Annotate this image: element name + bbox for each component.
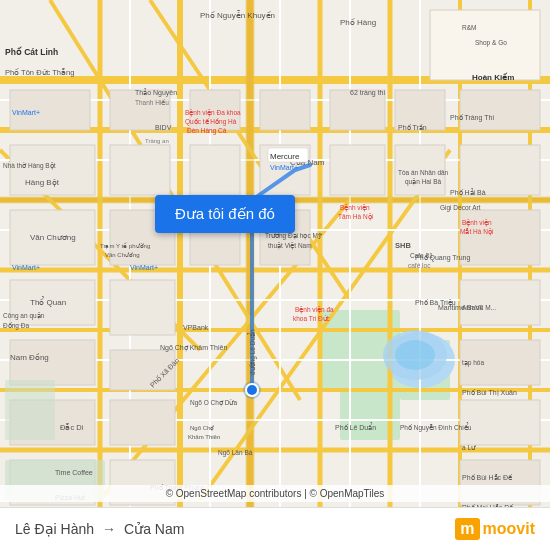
svg-text:Tràng an: Tràng an xyxy=(145,138,169,144)
svg-text:thuật Việt Nam: thuật Việt Nam xyxy=(268,242,312,250)
svg-text:Phố Nguyễn Đình Chiểu: Phố Nguyễn Đình Chiểu xyxy=(400,422,472,432)
svg-text:Tòa án Nhân dân: Tòa án Nhân dân xyxy=(398,169,449,176)
moovit-logo: m moovit xyxy=(455,518,535,540)
svg-text:café loc: café loc xyxy=(408,262,431,269)
svg-text:a Lư: a Lư xyxy=(462,444,476,451)
svg-text:Trường Đại học Mỹ: Trường Đại học Mỹ xyxy=(265,232,322,240)
svg-rect-49 xyxy=(110,400,175,445)
svg-text:Shop & Go: Shop & Go xyxy=(475,39,507,47)
svg-rect-69 xyxy=(5,380,55,440)
svg-text:Ngõ O Chợ Dừa: Ngõ O Chợ Dừa xyxy=(190,399,237,407)
moovit-brand-text: moovit xyxy=(483,520,535,538)
svg-point-102 xyxy=(247,385,257,395)
svg-text:Bệnh viện Đa khoa: Bệnh viện Đa khoa xyxy=(185,109,241,117)
svg-text:Ngõ Chợ: Ngõ Chợ xyxy=(190,425,214,432)
svg-text:Bệnh viện đa: Bệnh viện đa xyxy=(295,306,334,314)
svg-text:VinMart+: VinMart+ xyxy=(12,109,40,116)
svg-text:Hàng Bột: Hàng Bột xyxy=(25,178,60,187)
svg-text:Nhà thờ Hàng Bột: Nhà thờ Hàng Bột xyxy=(3,162,56,170)
svg-rect-39 xyxy=(10,145,95,195)
bottom-bar: Lê Đại Hành → Cửa Nam m moovit xyxy=(0,507,550,550)
svg-rect-45 xyxy=(110,280,175,335)
svg-text:quận Hai Bà: quận Hai Bà xyxy=(405,178,442,186)
origin-label: Lê Đại Hành xyxy=(15,521,94,537)
svg-text:Bệnh viện: Bệnh viện xyxy=(340,204,370,212)
svg-rect-64 xyxy=(460,280,540,325)
svg-text:Thảo Nguyên: Thảo Nguyên xyxy=(135,88,177,97)
svg-text:Phố Tôn Đức Thắng: Phố Tôn Đức Thắng xyxy=(5,68,74,77)
svg-text:Trạm Y tế phường: Trạm Y tế phường xyxy=(100,242,150,250)
svg-rect-52 xyxy=(190,145,240,195)
svg-text:Thanh Hiếu: Thanh Hiếu xyxy=(135,99,169,106)
svg-text:khoa Tri Đức: khoa Tri Đức xyxy=(293,315,331,322)
svg-text:Gigi Decor Art: Gigi Decor Art xyxy=(440,204,481,212)
svg-text:tạp hóa: tạp hóa xyxy=(462,359,484,367)
svg-text:Thổ Quan: Thổ Quan xyxy=(30,296,66,307)
svg-text:Phố Lê Duẩn: Phố Lê Duẩn xyxy=(335,422,376,431)
svg-text:Phố Hải Bà: Phố Hải Bà xyxy=(450,188,486,196)
svg-text:Văn Chương: Văn Chương xyxy=(30,233,76,242)
svg-rect-57 xyxy=(330,90,385,130)
svg-text:SHB: SHB xyxy=(395,241,411,250)
svg-text:Đèn Hàng Cá: Đèn Hàng Cá xyxy=(187,127,227,135)
svg-rect-58 xyxy=(330,145,385,195)
copyright-text: © OpenStreetMap contributors | © OpenMap… xyxy=(166,488,385,499)
svg-text:đường Lê Duẩn: đường Lê Duẩn xyxy=(247,329,257,375)
svg-text:62 tràng thi: 62 tràng thi xyxy=(350,89,385,97)
svg-text:Khâm Thiên: Khâm Thiên xyxy=(188,434,220,440)
svg-rect-44 xyxy=(10,340,95,385)
svg-text:BIDV: BIDV xyxy=(155,124,172,131)
svg-text:Tâm Hà Nội: Tâm Hà Nội xyxy=(338,213,373,221)
svg-text:Đắc Di: Đắc Di xyxy=(60,423,84,432)
svg-text:VinMart+: VinMart+ xyxy=(12,264,40,271)
svg-text:Bệnh viện: Bệnh viện xyxy=(462,219,492,227)
svg-text:Mắt Hà Nội: Mắt Hà Nội xyxy=(460,228,493,236)
svg-rect-66 xyxy=(460,400,540,445)
svg-text:Time Coffee: Time Coffee xyxy=(55,469,93,476)
svg-text:Đống Đa: Đống Đa xyxy=(3,322,29,330)
svg-text:Phố Tràng Thi: Phố Tràng Thi xyxy=(450,114,494,122)
svg-rect-62 xyxy=(460,145,540,195)
svg-rect-40 xyxy=(110,145,170,195)
svg-text:Hoàn Kiếm: Hoàn Kiếm xyxy=(472,72,514,82)
svg-rect-61 xyxy=(460,90,540,130)
navigate-button[interactable]: Đưa tôi đến đó xyxy=(155,195,295,233)
svg-text:Phố Cát Linh: Phố Cát Linh xyxy=(5,46,58,57)
moovit-m-badge: m xyxy=(455,518,479,540)
svg-text:Cafe 81: Cafe 81 xyxy=(410,252,433,259)
svg-text:VinMart+: VinMart+ xyxy=(130,264,158,271)
svg-text:Phố Nguyễn Khuyến: Phố Nguyễn Khuyến xyxy=(200,10,275,20)
svg-text:Ngõ Chợ Khâm Thiên: Ngõ Chợ Khâm Thiên xyxy=(160,344,227,352)
svg-point-72 xyxy=(395,340,435,370)
svg-text:Phố Hàng: Phố Hàng xyxy=(340,18,376,27)
svg-text:Phố Bùi Hắc Đế: Phố Bùi Hắc Đế xyxy=(462,474,513,481)
svg-text:Quốc tế Hồng Hà: Quốc tế Hồng Hà xyxy=(185,118,237,126)
svg-rect-54 xyxy=(260,90,310,130)
map-container[interactable]: Phố Hàng Phố Nguyễn Khuyến Cửa Nam Phố T… xyxy=(0,0,550,550)
copyright-bar: © OpenStreetMap contributors | © OpenMap… xyxy=(0,485,550,502)
svg-text:Ngõ Lân Bá: Ngõ Lân Bá xyxy=(218,449,253,457)
svg-text:Nam Đồng: Nam Đồng xyxy=(10,353,49,362)
svg-text:Phố Bùi Thị Xuân: Phố Bùi Thị Xuân xyxy=(462,389,517,397)
route-info: Lê Đại Hành → Cửa Nam xyxy=(15,521,184,537)
destination-label: Cửa Nam xyxy=(124,521,184,537)
svg-text:Mercure: Mercure xyxy=(270,152,300,161)
svg-text:Anh Vũ M...: Anh Vũ M... xyxy=(462,304,496,311)
svg-text:R&M: R&M xyxy=(462,24,476,31)
svg-text:Công an quận: Công an quận xyxy=(3,312,45,320)
svg-text:Phố Trần: Phố Trần xyxy=(398,124,427,131)
arrow-icon: → xyxy=(102,521,116,537)
svg-text:VPBank: VPBank xyxy=(183,324,209,331)
svg-text:Văn Chương: Văn Chương xyxy=(105,252,140,258)
